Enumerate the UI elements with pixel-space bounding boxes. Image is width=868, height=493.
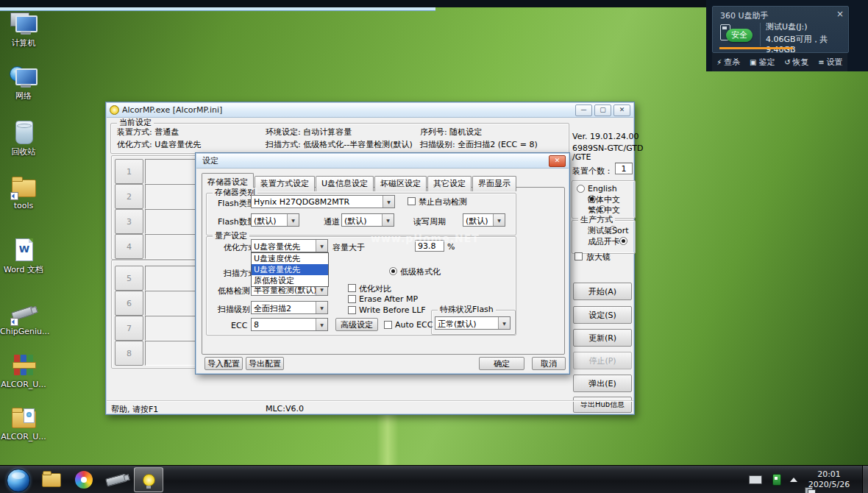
computer-icon	[9, 11, 38, 36]
desktop-icon-tools[interactable]: tools	[0, 174, 47, 210]
tab-ui-display[interactable]: 界面显示	[472, 176, 516, 191]
radio-english[interactable]	[577, 185, 585, 193]
tray-show-hidden-icons[interactable]	[790, 478, 797, 482]
current-device-mode: 装置方式: 普通盘	[117, 127, 179, 138]
slot-button-3[interactable]: 3	[115, 209, 143, 234]
slot-button-4[interactable]: 4	[115, 234, 143, 259]
advanced-settings-button[interactable]: 高级设定	[335, 318, 378, 331]
dropdown-arrow-icon[interactable]	[493, 214, 505, 226]
device-count-value[interactable]: 1	[615, 163, 633, 174]
dialog-close-icon[interactable]	[549, 155, 566, 167]
appraise-button[interactable]: ▣鉴定	[750, 57, 775, 68]
export-config-button[interactable]: 导出配置	[246, 357, 284, 370]
magnifier-checkbox[interactable]	[574, 252, 583, 260]
tab-usb-info-settings[interactable]: U盘信息设定	[316, 176, 374, 191]
flash-count-combo[interactable]: (默认)	[251, 213, 299, 227]
write-before-llf-label: Write Before LLF	[359, 305, 426, 315]
ecc-combo[interactable]: 8	[251, 318, 328, 331]
slot-button-7[interactable]: 7	[115, 316, 143, 341]
update-button[interactable]: 更新(R)	[573, 329, 632, 347]
radio-finished-product[interactable]	[619, 237, 627, 245]
maximize-icon[interactable]	[594, 104, 611, 116]
statusbar-divider	[107, 400, 633, 401]
optimize-compare-checkbox[interactable]	[348, 284, 356, 292]
radio-simplified-chinese-label: 简体中文	[588, 194, 620, 205]
auto-ecc-checkbox[interactable]	[384, 321, 392, 329]
tab-device-mode-settings[interactable]: 装置方式设定	[255, 176, 315, 191]
dropdown-arrow-icon[interactable]	[498, 317, 510, 329]
channel-combo[interactable]: (默认)	[341, 213, 394, 227]
special-flash-combo[interactable]: 正常(默认)	[435, 316, 511, 330]
show-desktop-button[interactable]	[862, 466, 868, 493]
status-mlc-text: MLC:V6.0	[266, 404, 304, 414]
desktop-icon-alcor-folder[interactable]: ALCOR_U...	[0, 405, 47, 441]
flash-type-combo[interactable]: Hynix H27QDG8M2MTR	[251, 195, 395, 208]
current-serial-setting: 序列号: 随机设定	[420, 127, 482, 138]
restore-button[interactable]: ↺恢复	[784, 57, 808, 68]
settings-button[interactable]: ≡设置	[818, 57, 842, 68]
start-button[interactable]: 开始(A)	[573, 283, 632, 300]
scan-button[interactable]: ⚡查杀	[716, 57, 740, 68]
start-button[interactable]	[7, 469, 30, 492]
scan-level-combo[interactable]: 全面扫描2	[251, 301, 328, 314]
set-button[interactable]: 设定(S)	[573, 306, 632, 324]
desktop-icon-label: 计算机	[0, 38, 47, 49]
desktop-icon-alcor-rar[interactable]: ALCOR_U...	[0, 353, 47, 389]
settings-dialog: 设定 存储器设定装置方式设定U盘信息设定坏磁区设定其它设定界面显示 存储器类别 …	[195, 152, 570, 375]
dropdown-arrow-icon[interactable]	[316, 240, 327, 252]
dropdown-arrow-icon[interactable]	[287, 214, 299, 226]
usb-helper-panel: 360 U盘助手 × 安全 测试U盘(J:) 4.06GB可用，共9.40GB …	[706, 0, 868, 71]
desktop-icon-computer[interactable]: 计算机	[0, 11, 47, 49]
erase-after-mp-checkbox[interactable]	[348, 295, 356, 303]
usb-helper-toolbar: ⚡查杀 ▣鉴定 ↺恢复 ≡设置	[712, 53, 847, 71]
tab-bad-sector-settings[interactable]: 坏磁区设定	[374, 176, 427, 191]
llf-radio[interactable]	[389, 267, 397, 275]
desktop-icon-label: 网络	[0, 91, 47, 102]
taskbar-alcormp-button[interactable]	[134, 467, 163, 492]
dropdown-option-capacity[interactable]: U盘容量优先	[252, 264, 328, 275]
taskbar-explorer-button[interactable]	[37, 467, 66, 492]
optimize-mode-combo[interactable]: U盘容量优先	[251, 239, 328, 252]
slot-button-5[interactable]: 5	[115, 266, 143, 291]
slot-button-2[interactable]: 2	[115, 184, 143, 209]
tray-clock[interactable]: 20:01 2020/5/26	[803, 469, 855, 490]
no-autodetect-checkbox[interactable]	[408, 197, 416, 205]
dropdown-arrow-icon[interactable]	[316, 319, 327, 330]
tray-keyboard-icon[interactable]	[749, 475, 762, 484]
settings-dialog-titlebar[interactable]: 设定	[196, 154, 569, 169]
ok-button[interactable]: 确定	[479, 357, 524, 370]
taskbar-chipgenius-button[interactable]	[102, 467, 131, 492]
cancel-button[interactable]: 取消	[532, 357, 566, 370]
rw-cycle-combo[interactable]: (默认)	[463, 213, 505, 227]
export-hub-button[interactable]: 导出Hub信息	[573, 397, 632, 413]
import-config-button[interactable]: 导入配置	[204, 357, 243, 370]
desktop-icon-word-doc[interactable]: W Word 文档	[0, 238, 47, 275]
tab-other-settings[interactable]: 其它设定	[427, 176, 472, 191]
usb-helper-close-icon[interactable]: ×	[836, 9, 844, 19]
radio-finished-product-label: 成品开卡	[588, 236, 620, 247]
slot-button-8[interactable]: 8	[115, 341, 143, 366]
close-icon[interactable]	[613, 104, 630, 116]
usb-tool-shortcut-icon	[9, 300, 38, 325]
slot-button-1[interactable]: 1	[115, 159, 143, 184]
dropdown-arrow-icon[interactable]	[382, 214, 394, 226]
minimize-icon[interactable]	[575, 104, 592, 116]
desktop-icon-recycle-bin[interactable]: 回收站	[0, 120, 47, 157]
desktop-icon-network[interactable]: 网络	[0, 64, 47, 102]
llf-detect-label: 低格检测	[218, 285, 250, 297]
alcormp-titlebar[interactable]: AlcorMP.exe [AlcorMP.ini]	[107, 103, 633, 118]
current-optimize-mode: 优化方式: U盘容量优先	[117, 139, 201, 150]
dropdown-option-speed[interactable]: U盘速度优先	[252, 253, 328, 264]
desktop-icon-chipgenius[interactable]: ChipGeniu...	[0, 300, 47, 336]
eject-button[interactable]: 弹出(E)	[573, 375, 632, 392]
taskbar-browser-button[interactable]	[69, 467, 99, 492]
flash-type-label: Flash类型	[218, 198, 255, 209]
desktop-icon-label: ALCOR_U...	[0, 380, 47, 389]
write-before-llf-checkbox[interactable]	[348, 306, 356, 314]
dropdown-arrow-icon[interactable]	[316, 302, 327, 313]
slot-button-6[interactable]: 6	[115, 291, 143, 316]
hidden-top-window-edge[interactable]	[0, 7, 435, 11]
dropdown-arrow-icon[interactable]	[383, 196, 394, 208]
tray-safely-remove-icon[interactable]	[772, 474, 781, 486]
dropdown-option-original-llf[interactable]: 原低格设定	[252, 275, 328, 286]
